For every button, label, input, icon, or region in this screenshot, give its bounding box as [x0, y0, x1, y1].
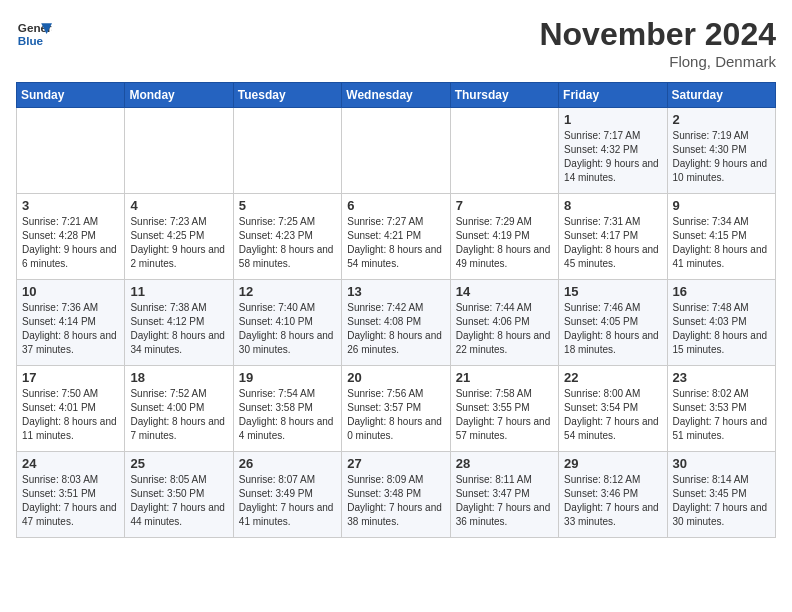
- day-cell: 19Sunrise: 7:54 AM Sunset: 3:58 PM Dayli…: [233, 366, 341, 452]
- day-number: 16: [673, 284, 770, 299]
- day-number: 19: [239, 370, 336, 385]
- day-cell: 20Sunrise: 7:56 AM Sunset: 3:57 PM Dayli…: [342, 366, 450, 452]
- day-cell: 7Sunrise: 7:29 AM Sunset: 4:19 PM Daylig…: [450, 194, 558, 280]
- day-cell: 27Sunrise: 8:09 AM Sunset: 3:48 PM Dayli…: [342, 452, 450, 538]
- day-cell: 2Sunrise: 7:19 AM Sunset: 4:30 PM Daylig…: [667, 108, 775, 194]
- day-cell: 18Sunrise: 7:52 AM Sunset: 4:00 PM Dayli…: [125, 366, 233, 452]
- header-day-friday: Friday: [559, 83, 667, 108]
- day-number: 7: [456, 198, 553, 213]
- month-title: November 2024: [539, 16, 776, 53]
- day-info: Sunrise: 8:14 AM Sunset: 3:45 PM Dayligh…: [673, 473, 770, 529]
- day-cell: 5Sunrise: 7:25 AM Sunset: 4:23 PM Daylig…: [233, 194, 341, 280]
- day-info: Sunrise: 7:31 AM Sunset: 4:17 PM Dayligh…: [564, 215, 661, 271]
- day-number: 28: [456, 456, 553, 471]
- day-info: Sunrise: 7:27 AM Sunset: 4:21 PM Dayligh…: [347, 215, 444, 271]
- day-info: Sunrise: 7:19 AM Sunset: 4:30 PM Dayligh…: [673, 129, 770, 185]
- calendar-table: SundayMondayTuesdayWednesdayThursdayFrid…: [16, 82, 776, 538]
- day-number: 23: [673, 370, 770, 385]
- day-number: 11: [130, 284, 227, 299]
- page-header: General Blue November 2024 Flong, Denmar…: [16, 16, 776, 70]
- location-subtitle: Flong, Denmark: [539, 53, 776, 70]
- day-info: Sunrise: 8:03 AM Sunset: 3:51 PM Dayligh…: [22, 473, 119, 529]
- day-info: Sunrise: 7:25 AM Sunset: 4:23 PM Dayligh…: [239, 215, 336, 271]
- day-info: Sunrise: 7:21 AM Sunset: 4:28 PM Dayligh…: [22, 215, 119, 271]
- day-info: Sunrise: 7:56 AM Sunset: 3:57 PM Dayligh…: [347, 387, 444, 443]
- day-cell: 11Sunrise: 7:38 AM Sunset: 4:12 PM Dayli…: [125, 280, 233, 366]
- day-number: 13: [347, 284, 444, 299]
- day-cell: [17, 108, 125, 194]
- day-info: Sunrise: 8:12 AM Sunset: 3:46 PM Dayligh…: [564, 473, 661, 529]
- day-number: 21: [456, 370, 553, 385]
- day-number: 8: [564, 198, 661, 213]
- day-info: Sunrise: 8:02 AM Sunset: 3:53 PM Dayligh…: [673, 387, 770, 443]
- day-info: Sunrise: 7:52 AM Sunset: 4:00 PM Dayligh…: [130, 387, 227, 443]
- header-row: SundayMondayTuesdayWednesdayThursdayFrid…: [17, 83, 776, 108]
- day-cell: [125, 108, 233, 194]
- day-number: 2: [673, 112, 770, 127]
- day-number: 12: [239, 284, 336, 299]
- day-number: 4: [130, 198, 227, 213]
- day-number: 26: [239, 456, 336, 471]
- week-row-2: 3Sunrise: 7:21 AM Sunset: 4:28 PM Daylig…: [17, 194, 776, 280]
- day-info: Sunrise: 7:40 AM Sunset: 4:10 PM Dayligh…: [239, 301, 336, 357]
- day-number: 14: [456, 284, 553, 299]
- day-info: Sunrise: 8:09 AM Sunset: 3:48 PM Dayligh…: [347, 473, 444, 529]
- day-cell: [342, 108, 450, 194]
- day-cell: 21Sunrise: 7:58 AM Sunset: 3:55 PM Dayli…: [450, 366, 558, 452]
- day-cell: 29Sunrise: 8:12 AM Sunset: 3:46 PM Dayli…: [559, 452, 667, 538]
- day-number: 5: [239, 198, 336, 213]
- day-cell: 22Sunrise: 8:00 AM Sunset: 3:54 PM Dayli…: [559, 366, 667, 452]
- day-cell: 8Sunrise: 7:31 AM Sunset: 4:17 PM Daylig…: [559, 194, 667, 280]
- day-info: Sunrise: 7:29 AM Sunset: 4:19 PM Dayligh…: [456, 215, 553, 271]
- day-number: 22: [564, 370, 661, 385]
- day-cell: 14Sunrise: 7:44 AM Sunset: 4:06 PM Dayli…: [450, 280, 558, 366]
- day-cell: 25Sunrise: 8:05 AM Sunset: 3:50 PM Dayli…: [125, 452, 233, 538]
- day-number: 10: [22, 284, 119, 299]
- day-cell: 3Sunrise: 7:21 AM Sunset: 4:28 PM Daylig…: [17, 194, 125, 280]
- day-info: Sunrise: 7:44 AM Sunset: 4:06 PM Dayligh…: [456, 301, 553, 357]
- day-cell: 1Sunrise: 7:17 AM Sunset: 4:32 PM Daylig…: [559, 108, 667, 194]
- header-day-monday: Monday: [125, 83, 233, 108]
- day-cell: 28Sunrise: 8:11 AM Sunset: 3:47 PM Dayli…: [450, 452, 558, 538]
- header-day-thursday: Thursday: [450, 83, 558, 108]
- day-number: 6: [347, 198, 444, 213]
- day-cell: 24Sunrise: 8:03 AM Sunset: 3:51 PM Dayli…: [17, 452, 125, 538]
- day-info: Sunrise: 7:34 AM Sunset: 4:15 PM Dayligh…: [673, 215, 770, 271]
- day-cell: 12Sunrise: 7:40 AM Sunset: 4:10 PM Dayli…: [233, 280, 341, 366]
- day-cell: 15Sunrise: 7:46 AM Sunset: 4:05 PM Dayli…: [559, 280, 667, 366]
- day-info: Sunrise: 7:17 AM Sunset: 4:32 PM Dayligh…: [564, 129, 661, 185]
- day-info: Sunrise: 7:42 AM Sunset: 4:08 PM Dayligh…: [347, 301, 444, 357]
- day-info: Sunrise: 8:11 AM Sunset: 3:47 PM Dayligh…: [456, 473, 553, 529]
- day-info: Sunrise: 7:54 AM Sunset: 3:58 PM Dayligh…: [239, 387, 336, 443]
- day-info: Sunrise: 7:48 AM Sunset: 4:03 PM Dayligh…: [673, 301, 770, 357]
- day-info: Sunrise: 7:50 AM Sunset: 4:01 PM Dayligh…: [22, 387, 119, 443]
- header-day-tuesday: Tuesday: [233, 83, 341, 108]
- day-info: Sunrise: 8:05 AM Sunset: 3:50 PM Dayligh…: [130, 473, 227, 529]
- day-info: Sunrise: 7:23 AM Sunset: 4:25 PM Dayligh…: [130, 215, 227, 271]
- day-number: 24: [22, 456, 119, 471]
- day-number: 25: [130, 456, 227, 471]
- day-cell: 30Sunrise: 8:14 AM Sunset: 3:45 PM Dayli…: [667, 452, 775, 538]
- day-info: Sunrise: 7:36 AM Sunset: 4:14 PM Dayligh…: [22, 301, 119, 357]
- day-cell: 23Sunrise: 8:02 AM Sunset: 3:53 PM Dayli…: [667, 366, 775, 452]
- day-info: Sunrise: 7:58 AM Sunset: 3:55 PM Dayligh…: [456, 387, 553, 443]
- svg-text:Blue: Blue: [18, 34, 44, 47]
- day-cell: 6Sunrise: 7:27 AM Sunset: 4:21 PM Daylig…: [342, 194, 450, 280]
- day-number: 27: [347, 456, 444, 471]
- day-cell: [233, 108, 341, 194]
- day-cell: [450, 108, 558, 194]
- day-number: 9: [673, 198, 770, 213]
- logo: General Blue: [16, 16, 52, 52]
- logo-icon: General Blue: [16, 16, 52, 52]
- header-day-sunday: Sunday: [17, 83, 125, 108]
- day-number: 29: [564, 456, 661, 471]
- day-cell: 9Sunrise: 7:34 AM Sunset: 4:15 PM Daylig…: [667, 194, 775, 280]
- header-day-saturday: Saturday: [667, 83, 775, 108]
- day-info: Sunrise: 8:07 AM Sunset: 3:49 PM Dayligh…: [239, 473, 336, 529]
- day-cell: 17Sunrise: 7:50 AM Sunset: 4:01 PM Dayli…: [17, 366, 125, 452]
- day-number: 3: [22, 198, 119, 213]
- day-cell: 4Sunrise: 7:23 AM Sunset: 4:25 PM Daylig…: [125, 194, 233, 280]
- week-row-5: 24Sunrise: 8:03 AM Sunset: 3:51 PM Dayli…: [17, 452, 776, 538]
- day-number: 17: [22, 370, 119, 385]
- title-block: November 2024 Flong, Denmark: [539, 16, 776, 70]
